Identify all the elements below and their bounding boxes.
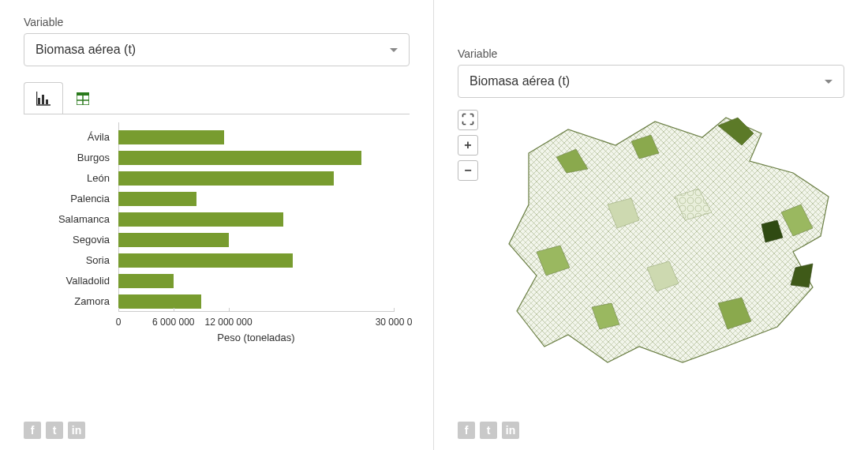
chevron-down-icon [825, 80, 832, 84]
svg-rect-0 [38, 98, 40, 104]
facebook-icon[interactable]: f [458, 422, 475, 439]
variable-label-right: Variable [458, 47, 844, 60]
chevron-down-icon [390, 48, 398, 52]
variable-select-left[interactable]: Biomasa aérea (t) [24, 33, 410, 66]
category-label: Soria [55, 253, 114, 268]
social-row-right: f t in [458, 422, 844, 442]
x-axis-label: Peso (toneladas) [118, 332, 394, 343]
bar-row [118, 151, 394, 165]
bar-row [118, 171, 394, 186]
tab-table[interactable] [63, 82, 103, 114]
choropleth-map [481, 110, 844, 378]
category-label: Palencia [55, 192, 114, 206]
tab-chart[interactable] [24, 82, 63, 114]
bar[interactable] [118, 212, 283, 227]
view-tabs [24, 82, 410, 114]
bar-row [118, 253, 394, 268]
twitter-icon[interactable]: t [480, 422, 497, 439]
bar[interactable] [118, 274, 174, 288]
bar-row [118, 130, 394, 144]
map-area[interactable]: ⛶ + − [458, 110, 844, 418]
bar-row [118, 233, 394, 247]
x-tick-label: 12 000 000 [205, 317, 253, 328]
category-label: Salamanca [55, 212, 114, 227]
category-label: Burgos [55, 151, 114, 165]
variable-select-right[interactable]: Biomasa aérea (t) [458, 65, 844, 98]
category-label: Valladolid [55, 274, 114, 288]
left-panel: Variable Biomasa aérea (t) [0, 0, 434, 450]
bar[interactable] [118, 294, 201, 309]
bar-row [118, 212, 394, 227]
bar[interactable] [118, 130, 224, 144]
x-tick-label: 0 [116, 317, 122, 328]
bar[interactable] [118, 192, 196, 206]
table-icon [77, 92, 89, 105]
map-zoom-out-button[interactable]: − [458, 160, 478, 181]
bar[interactable] [118, 233, 229, 247]
bar-chart: Peso (toneladas) ÁvilaBurgosLeónPalencia… [55, 122, 394, 343]
category-label: Zamora [55, 294, 114, 309]
right-panel: Variable Biomasa aérea (t) ⛶ + − [434, 0, 868, 450]
map-fit-button[interactable]: ⛶ [458, 110, 478, 130]
category-label: Ávila [55, 130, 114, 144]
map-zoom-in-button[interactable]: + [458, 135, 478, 156]
bar-row [118, 192, 394, 206]
bar[interactable] [118, 151, 361, 165]
bars-region [118, 122, 394, 312]
variable-label-left: Variable [24, 16, 410, 28]
bar-chart-icon [36, 92, 51, 106]
facebook-icon[interactable]: f [24, 422, 41, 439]
bar[interactable] [118, 171, 334, 186]
social-row-left: f t in [24, 422, 410, 442]
bar-row [118, 294, 394, 309]
variable-select-left-value: Biomasa aérea (t) [36, 43, 136, 57]
variable-select-right-value: Biomasa aérea (t) [470, 74, 570, 88]
map-controls: ⛶ + − [458, 110, 478, 181]
category-label: León [55, 171, 114, 186]
svg-rect-1 [42, 95, 44, 104]
fullscreen-icon: ⛶ [462, 113, 474, 127]
svg-rect-2 [46, 99, 48, 104]
twitter-icon[interactable]: t [46, 422, 63, 439]
chart-area: Peso (toneladas) ÁvilaBurgosLeónPalencia… [24, 114, 410, 418]
app-container: Variable Biomasa aérea (t) [0, 0, 868, 450]
linkedin-icon[interactable]: in [502, 422, 519, 439]
bar-row [118, 274, 394, 288]
plus-icon: + [464, 138, 471, 152]
linkedin-icon[interactable]: in [68, 422, 85, 439]
category-label: Segovia [55, 233, 114, 247]
x-tick-label: 6 000 000 [152, 317, 194, 328]
bar[interactable] [118, 253, 293, 268]
minus-icon: − [464, 163, 471, 178]
region-outline [509, 118, 829, 362]
x-tick-label: 30 000 0 [376, 317, 413, 328]
